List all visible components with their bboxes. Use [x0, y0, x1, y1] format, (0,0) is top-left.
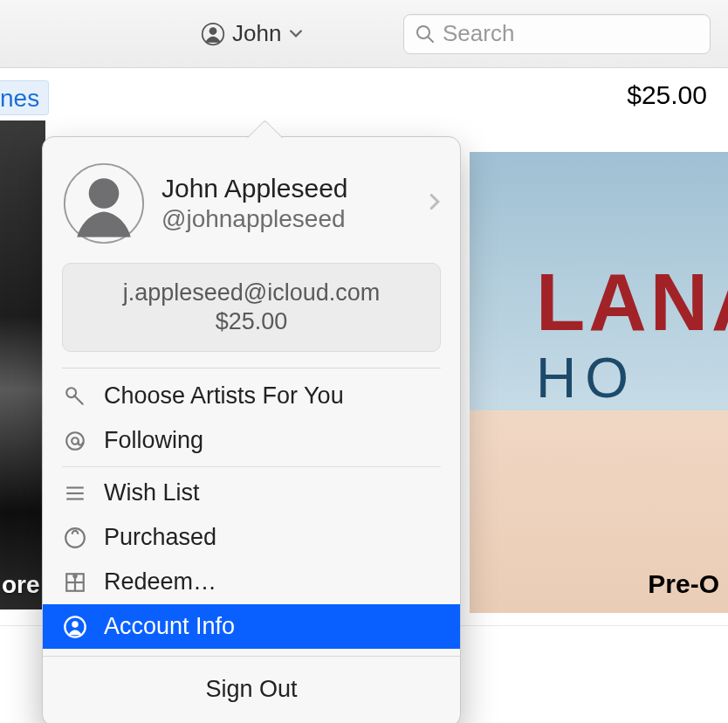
toolbar: John — [0, 0, 728, 68]
avatar — [62, 162, 146, 245]
album-art-upper: LANA D HO — [470, 152, 728, 410]
album-subtitle-partial: HO — [536, 346, 637, 410]
menu-item-label: Following — [104, 427, 203, 454]
album-art-lower: Pre-O — [470, 410, 728, 613]
popover-menu: Choose Artists For You Following Wish Li… — [43, 368, 460, 649]
person-circle-icon — [201, 22, 225, 46]
account-balance: $25.00 — [72, 308, 431, 335]
svg-point-9 — [72, 437, 79, 444]
person-circle-icon — [62, 614, 88, 640]
popover-header[interactable]: John Appleseed @johnappleseed — [43, 137, 460, 263]
search-icon — [415, 24, 436, 45]
partial-tab-label[interactable]: nes — [0, 80, 49, 115]
microphone-icon — [62, 383, 88, 410]
search-field-container[interactable] — [403, 14, 711, 54]
svg-point-8 — [66, 432, 84, 450]
menu-item-label: Wish List — [104, 479, 200, 506]
menu-item-following[interactable]: Following — [43, 418, 460, 463]
svg-point-1 — [209, 27, 217, 35]
menu-item-label: Purchased — [104, 524, 216, 551]
menu-item-account-info[interactable]: Account Info — [43, 604, 460, 649]
list-icon — [62, 480, 88, 506]
profile-short-name: John — [232, 20, 281, 47]
menu-item-label: Redeem… — [104, 568, 216, 596]
popover-full-name: John Appleseed — [161, 174, 348, 203]
at-sign-icon — [62, 428, 88, 454]
chevron-down-icon — [290, 26, 302, 42]
gift-icon — [62, 569, 88, 596]
account-summary-box[interactable]: j.appleseed@icloud.com $25.00 — [62, 263, 441, 352]
menu-item-choose-artists[interactable]: Choose Artists For You — [43, 374, 460, 418]
menu-item-redeem[interactable]: Redeem… — [43, 560, 460, 604]
profile-menu-button[interactable]: John — [201, 20, 302, 47]
svg-line-7 — [74, 395, 83, 403]
svg-point-5 — [89, 178, 120, 209]
store-credit-balance: $25.00 — [627, 80, 707, 110]
account-email: j.appleseed@icloud.com — [72, 279, 431, 306]
popover-name-block: John Appleseed @johnappleseed — [161, 174, 348, 233]
menu-item-label: Choose Artists For You — [104, 382, 344, 410]
svg-point-18 — [72, 621, 78, 627]
svg-line-3 — [428, 37, 433, 42]
menu-item-purchased[interactable]: Purchased — [43, 515, 460, 560]
bag-icon — [62, 525, 88, 551]
popover-handle: @johnappleseed — [161, 205, 348, 233]
menu-item-wish-list[interactable]: Wish List — [43, 471, 460, 515]
store-hero-image-partial — [0, 120, 45, 609]
sign-out-button[interactable]: Sign Out — [43, 656, 460, 723]
divider — [62, 466, 441, 467]
menu-item-label: Account Info — [104, 613, 235, 640]
store-content: nes ore $25.00 LANA D HO Pre-O John Appl… — [0, 68, 728, 723]
store-hero-caption-partial: ore — [0, 569, 45, 604]
album-title-partial: LANA D — [536, 266, 728, 339]
preorder-label-partial: Pre-O — [648, 569, 719, 599]
search-input[interactable] — [443, 20, 699, 47]
album-tile[interactable]: LANA D HO Pre-O — [470, 152, 728, 613]
chevron-right-icon — [429, 193, 441, 214]
profile-popover: John Appleseed @johnappleseed j.applesee… — [42, 136, 461, 723]
